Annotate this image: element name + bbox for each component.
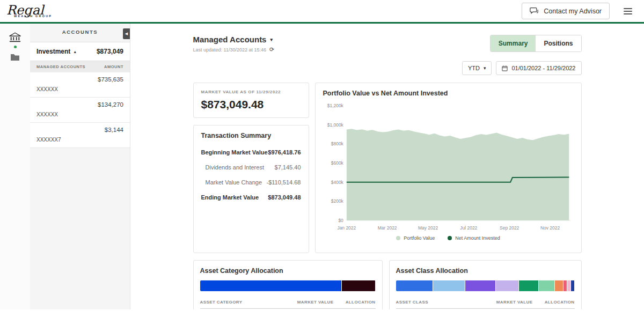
column-header: MARKET VALUE: [482, 300, 533, 305]
contact-advisor-label: Contact my Advisor: [544, 8, 602, 15]
portfolio-value-chart: $0$200k$400k$600k$800k$1,000k$1,200kJan …: [323, 100, 574, 234]
accounts-panel-title: ACCOUNTS: [30, 24, 130, 40]
allocation-segment: [519, 280, 539, 291]
portfolio-value-swatch: [396, 236, 400, 240]
allocation-segment: [465, 280, 496, 291]
transaction-label: Market Value Change: [206, 179, 262, 186]
accounts-panel: ACCOUNTS ◀ Investment ▲ $873,049 MANAGED…: [30, 24, 130, 309]
asset-category-bar: [200, 280, 376, 291]
chevron-down-icon: ▾: [270, 37, 273, 42]
asset-category-card: Asset Category Allocation ASSET CATEGORY…: [193, 260, 383, 309]
column-header: MARKET VALUE: [283, 300, 334, 305]
menu-icon[interactable]: [621, 6, 634, 17]
column-header: ASSET CATEGORY: [200, 300, 283, 305]
svg-text:Sep 2022: Sep 2022: [500, 225, 519, 231]
transaction-row: Beginning Market Value $976,418.76: [201, 145, 301, 160]
transaction-value: $7,145.40: [275, 164, 301, 171]
calendar-icon: [502, 65, 508, 71]
asset-class-card: Asset Class Allocation ASSET CLASS MARKE…: [389, 260, 582, 309]
account-number: XXXXXX: [36, 112, 123, 117]
account-amount: $735,635: [36, 76, 123, 83]
main-layout: ACCOUNTS ◀ Investment ▲ $873,049 MANAGED…: [0, 24, 644, 309]
top-bar-actions: Contact my Advisor: [522, 3, 634, 19]
asset-class-table-header: ASSET CLASS MARKET VALUE ALLOCATION: [396, 300, 575, 309]
top-bar: Regal WEALTH GROUP Contact my Advisor: [0, 0, 644, 24]
chevron-down-icon: ▾: [484, 65, 486, 71]
period-value: YTD: [468, 65, 480, 71]
bank-icon[interactable]: [9, 32, 21, 42]
account-row[interactable]: $3,144 XXXXXX7: [30, 123, 130, 148]
allocation-segment: [396, 280, 434, 291]
allocation-segment: [433, 280, 465, 291]
market-value-label: MARKET VALUE AS OF 11/29/2022: [201, 90, 301, 94]
svg-text:$800k: $800k: [331, 141, 343, 146]
date-range-picker[interactable]: 01/01/2022 - 11/29/2022: [496, 61, 581, 75]
tab-positions[interactable]: Positions: [536, 35, 581, 51]
investment-group-label: Investment: [36, 48, 70, 55]
transaction-value: -$110,514.68: [266, 179, 301, 186]
account-number: XXXXXX7: [36, 137, 123, 143]
folder-icon[interactable]: [10, 54, 20, 61]
nav-rail: [0, 24, 30, 309]
allocation-segment: [567, 280, 571, 291]
allocation-segment: [571, 280, 575, 291]
legend-label: Portfolio Value: [404, 235, 435, 241]
transaction-row: Ending Market Value $873,049.48: [201, 190, 301, 205]
legend-label: Net Amount Invested: [455, 235, 500, 241]
allocation-segment: [496, 280, 519, 291]
date-range-value: 01/01/2022 - 11/29/2022: [511, 65, 575, 71]
svg-text:$1,200k: $1,200k: [327, 103, 343, 108]
transaction-summary-title: Transaction Summary: [201, 132, 301, 139]
asset-class-title: Asset Class Allocation: [396, 267, 575, 275]
svg-text:May 2022: May 2022: [418, 225, 438, 231]
refresh-icon[interactable]: ⟳: [269, 46, 274, 53]
transaction-label: Ending Market Value: [201, 194, 259, 201]
asset-class-bar: [396, 280, 575, 291]
allocation-segment: [200, 280, 342, 291]
main-content: Managed Accounts ▾ Last updated: 11/30/2…: [130, 24, 644, 309]
svg-text:$1,000k: $1,000k: [327, 122, 343, 128]
last-updated-text: Last updated: 11/30/2022 at 15:46: [193, 47, 266, 53]
transaction-label: Beginning Market Value: [201, 149, 268, 156]
active-status-dot: [14, 46, 17, 48]
net-invested-swatch: [448, 236, 452, 240]
account-selector-dropdown[interactable]: Managed Accounts ▾: [193, 35, 275, 44]
collapse-panel-button[interactable]: ◀: [123, 28, 130, 39]
asset-category-title: Asset Category Allocation: [200, 267, 376, 275]
transaction-row: Dividends and Interest $7,145.40: [201, 160, 301, 175]
allocation-segment: [342, 280, 375, 291]
column-header: ALLOCATION: [334, 300, 376, 305]
account-row[interactable]: $735,635 XXXXXX: [30, 72, 130, 98]
tab-summary[interactable]: Summary: [491, 35, 536, 51]
allocation-segment: [564, 280, 567, 291]
svg-text:$200k: $200k: [331, 198, 343, 204]
view-toggle: Summary Positions: [490, 35, 582, 52]
portfolio-chart-card: Portfolio Value vs Net Amount Invested $…: [315, 83, 582, 253]
account-number: XXXXXX: [36, 86, 123, 92]
account-row[interactable]: $134,270 XXXXXX: [30, 98, 130, 123]
transaction-row: Market Value Change -$110,514.68: [201, 175, 301, 190]
column-header: ALLOCATION: [533, 300, 575, 305]
regal-logo[interactable]: Regal WEALTH GROUP: [6, 4, 52, 18]
allocation-segment: [539, 280, 555, 291]
svg-text:Mar 2022: Mar 2022: [377, 225, 397, 231]
legend-item: Net Amount Invested: [448, 235, 500, 241]
svg-text:$400k: $400k: [331, 180, 343, 185]
svg-text:$0: $0: [338, 218, 343, 223]
logo-subtitle: WEALTH GROUP: [14, 14, 52, 18]
chevron-up-icon: ▲: [73, 50, 77, 54]
transaction-value: $873,049.48: [268, 194, 301, 201]
investment-group-total: $873,049: [97, 48, 123, 55]
page-title-block: Managed Accounts ▾ Last updated: 11/30/2…: [193, 35, 275, 53]
account-amount: $3,144: [36, 127, 123, 133]
svg-text:Jul 2022: Jul 2022: [460, 225, 477, 231]
transaction-value: $976,418.76: [268, 149, 301, 156]
period-dropdown[interactable]: YTD ▾: [462, 61, 492, 75]
transaction-label: Dividends and Interest: [206, 164, 264, 171]
transaction-summary-card: Transaction Summary Beginning Market Val…: [193, 125, 309, 253]
chat-icon: [530, 7, 539, 15]
legend-item: Portfolio Value: [396, 235, 435, 241]
contact-advisor-button[interactable]: Contact my Advisor: [522, 3, 610, 19]
investment-group-row[interactable]: Investment ▲ $873,049: [30, 42, 130, 61]
market-value-amount: $873,049.48: [201, 98, 301, 111]
